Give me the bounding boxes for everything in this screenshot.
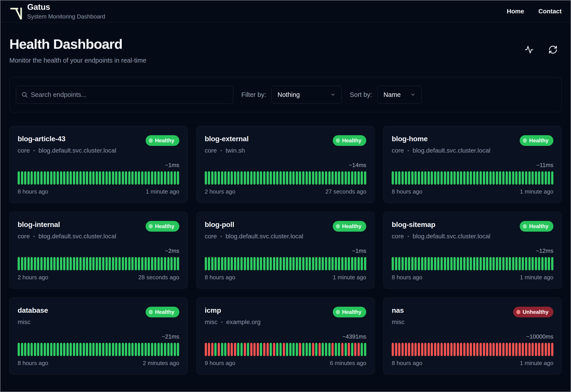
health-bar[interactable] xyxy=(338,343,340,356)
health-bar[interactable] xyxy=(170,343,173,356)
health-bar[interactable] xyxy=(444,343,446,356)
health-bar[interactable] xyxy=(21,343,23,356)
health-bar[interactable] xyxy=(528,343,531,356)
health-bar[interactable] xyxy=(538,171,540,185)
health-bar[interactable] xyxy=(89,343,91,356)
health-bar[interactable] xyxy=(551,343,553,356)
health-bar[interactable] xyxy=(545,257,547,270)
health-bar[interactable] xyxy=(208,171,210,185)
endpoint-card[interactable]: nas misc Unhealthy ~10000ms 8 hours ago … xyxy=(383,298,562,374)
health-bar[interactable] xyxy=(177,343,179,356)
health-bar[interactable] xyxy=(302,171,304,185)
health-bar[interactable] xyxy=(296,171,298,185)
health-bar[interactable] xyxy=(276,343,278,356)
health-bar[interactable] xyxy=(519,343,521,356)
health-bar[interactable] xyxy=(177,171,179,185)
health-bar[interactable] xyxy=(131,171,134,185)
health-bar[interactable] xyxy=(325,257,327,270)
health-bar[interactable] xyxy=(486,257,488,270)
health-bar[interactable] xyxy=(299,257,301,270)
health-bar[interactable] xyxy=(395,257,397,270)
health-bar[interactable] xyxy=(234,257,236,270)
health-bar[interactable] xyxy=(467,257,469,270)
health-bar[interactable] xyxy=(499,257,501,270)
health-bar[interactable] xyxy=(296,343,298,356)
health-bar[interactable] xyxy=(450,171,452,185)
health-bar[interactable] xyxy=(506,343,508,356)
health-bar[interactable] xyxy=(44,171,46,185)
health-bar[interactable] xyxy=(515,343,517,356)
health-bar[interactable] xyxy=(138,171,140,185)
health-bar[interactable] xyxy=(395,171,397,185)
health-bar[interactable] xyxy=(170,171,173,185)
health-bar[interactable] xyxy=(506,257,508,270)
health-bar[interactable] xyxy=(96,343,98,356)
endpoint-card[interactable]: blog-sitemap core • blog.default.svc.clu… xyxy=(383,212,562,289)
health-bar[interactable] xyxy=(221,257,223,270)
health-bar[interactable] xyxy=(99,171,101,185)
health-bar[interactable] xyxy=(341,343,344,356)
health-bar[interactable] xyxy=(499,343,501,356)
health-bar[interactable] xyxy=(489,257,492,270)
health-bar[interactable] xyxy=(47,257,49,270)
health-bar[interactable] xyxy=(414,257,417,270)
health-bar[interactable] xyxy=(115,257,117,270)
health-bar[interactable] xyxy=(531,257,534,270)
health-bar[interactable] xyxy=(218,171,220,185)
health-bar[interactable] xyxy=(283,257,285,270)
health-bar[interactable] xyxy=(354,343,356,356)
health-bar[interactable] xyxy=(109,257,111,270)
health-bar[interactable] xyxy=(30,257,33,270)
health-bar[interactable] xyxy=(548,171,550,185)
health-bar[interactable] xyxy=(148,257,150,270)
health-bar[interactable] xyxy=(358,257,360,270)
health-bar[interactable] xyxy=(227,171,230,185)
health-bar[interactable] xyxy=(125,171,127,185)
health-bar[interactable] xyxy=(119,343,121,356)
health-bar[interactable] xyxy=(335,171,337,185)
health-bar[interactable] xyxy=(128,171,131,185)
health-bar[interactable] xyxy=(480,171,482,185)
health-bar[interactable] xyxy=(260,343,262,356)
health-bar[interactable] xyxy=(148,171,150,185)
health-bar[interactable] xyxy=(470,257,472,270)
health-bar[interactable] xyxy=(174,343,176,356)
health-bar[interactable] xyxy=(28,257,30,270)
health-bar[interactable] xyxy=(174,171,176,185)
health-bar[interactable] xyxy=(331,257,334,270)
endpoint-card[interactable]: icmp misc • example.org Healthy ~4391ms … xyxy=(196,298,375,374)
health-bar[interactable] xyxy=(73,171,75,185)
health-bar[interactable] xyxy=(428,171,430,185)
health-bar[interactable] xyxy=(50,171,52,185)
health-bar[interactable] xyxy=(86,257,88,270)
health-bar[interactable] xyxy=(480,343,482,356)
health-bar[interactable] xyxy=(338,171,340,185)
health-bar[interactable] xyxy=(364,257,366,270)
health-bar[interactable] xyxy=(361,171,363,185)
health-bar[interactable] xyxy=(92,171,95,185)
health-bar[interactable] xyxy=(325,343,327,356)
health-bar[interactable] xyxy=(496,257,498,270)
health-bar[interactable] xyxy=(328,257,331,270)
health-bar[interactable] xyxy=(361,257,363,270)
health-bar[interactable] xyxy=(309,257,311,270)
health-bar[interactable] xyxy=(444,257,446,270)
health-bar[interactable] xyxy=(208,257,210,270)
endpoint-card[interactable]: database misc Healthy ~21ms 8 hours ago … xyxy=(9,298,188,374)
health-bar[interactable] xyxy=(318,171,321,185)
health-bar[interactable] xyxy=(299,343,301,356)
health-bar[interactable] xyxy=(66,343,69,356)
endpoint-card[interactable]: blog-home core • blog.default.svc.cluste… xyxy=(383,126,562,203)
health-bar[interactable] xyxy=(270,257,272,270)
health-bar[interactable] xyxy=(63,171,65,185)
health-bar[interactable] xyxy=(502,171,505,185)
health-bar[interactable] xyxy=(214,257,217,270)
health-bar[interactable] xyxy=(21,257,23,270)
health-bar[interactable] xyxy=(453,171,456,185)
health-bar[interactable] xyxy=(405,257,407,270)
health-bar[interactable] xyxy=(211,257,213,270)
health-bar[interactable] xyxy=(237,343,239,356)
health-bar[interactable] xyxy=(145,343,147,356)
health-bar[interactable] xyxy=(306,171,308,185)
health-bar[interactable] xyxy=(440,257,443,270)
